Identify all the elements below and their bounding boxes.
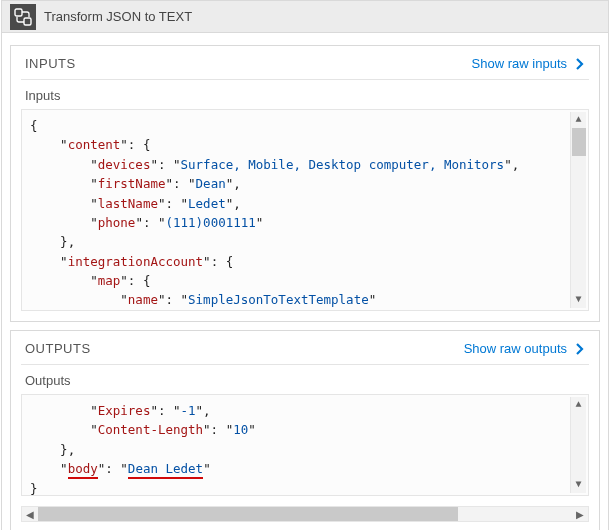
scrollbar-thumb[interactable] [572,128,586,156]
page-title: Transform JSON to TEXT [44,9,192,24]
chevron-right-icon [573,57,587,71]
outputs-section-label: OUTPUTS [25,341,464,356]
show-raw-inputs-text: Show raw inputs [472,56,567,71]
outputs-panel: OUTPUTS Show raw outputs Outputs "Expire… [10,330,600,530]
show-raw-outputs-text: Show raw outputs [464,341,567,356]
body-key-highlight: body [68,461,98,479]
show-raw-inputs-link[interactable]: Show raw inputs [472,56,587,71]
outputs-panel-header: OUTPUTS Show raw outputs [11,331,599,364]
scrollbar-thumb[interactable] [38,507,458,521]
scroll-left-icon[interactable]: ◀ [22,506,38,522]
outputs-code-content: "Expires": "-1", "Content-Length": "10" … [30,401,580,496]
inputs-code-content: { "content": { "devices": "Surface, Mobi… [30,116,580,310]
inputs-code-viewer[interactable]: { "content": { "devices": "Surface, Mobi… [21,109,589,311]
scroll-down-icon[interactable]: ▼ [571,477,587,493]
transform-icon [10,4,36,30]
body-value-highlight: Dean Ledet [128,461,203,479]
outputs-vertical-scrollbar[interactable]: ▲ ▼ [570,397,586,493]
show-raw-outputs-link[interactable]: Show raw outputs [464,341,587,356]
outputs-horizontal-scrollbar[interactable]: ◀ ▶ [21,506,589,522]
outputs-code-viewer[interactable]: "Expires": "-1", "Content-Length": "10" … [21,394,589,496]
scroll-up-icon[interactable]: ▲ [571,397,587,413]
chevron-right-icon [573,342,587,356]
content-area: INPUTS Show raw inputs Inputs { "content… [2,33,608,530]
svg-rect-1 [24,18,31,25]
scroll-up-icon[interactable]: ▲ [571,112,587,128]
svg-rect-0 [15,9,22,16]
inputs-subheading: Inputs [21,79,589,105]
title-bar: Transform JSON to TEXT [2,1,608,33]
inputs-vertical-scrollbar[interactable]: ▲ ▼ [570,112,586,308]
inputs-panel-header: INPUTS Show raw inputs [11,46,599,79]
scroll-right-icon[interactable]: ▶ [572,506,588,522]
inputs-section-label: INPUTS [25,56,472,71]
scroll-down-icon[interactable]: ▼ [571,292,587,308]
inputs-panel: INPUTS Show raw inputs Inputs { "content… [10,45,600,322]
outputs-subheading: Outputs [21,364,589,390]
dialog-frame: Transform JSON to TEXT INPUTS Show raw i… [1,0,609,530]
